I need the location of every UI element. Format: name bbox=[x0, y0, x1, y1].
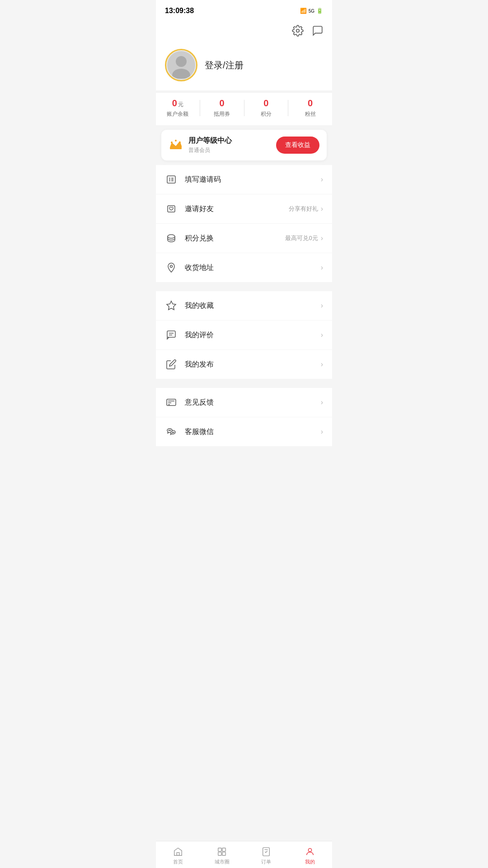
svg-rect-18 bbox=[168, 206, 175, 212]
menu-item-reviews[interactable]: 我的评价 › bbox=[156, 321, 332, 350]
menu-label: 收货地址 bbox=[185, 263, 318, 273]
nav-home[interactable]: 首页 bbox=[156, 841, 200, 868]
coin-icon bbox=[165, 232, 178, 245]
menu-label: 积分兑换 bbox=[185, 234, 285, 243]
chevron-right-icon: › bbox=[321, 331, 323, 339]
menu-label: 我的发布 bbox=[185, 360, 318, 369]
chevron-right-icon: › bbox=[321, 205, 323, 213]
menu-label: 邀请好友 bbox=[185, 204, 289, 214]
coupons-value: 0 bbox=[220, 98, 225, 108]
chevron-right-icon: › bbox=[321, 428, 323, 436]
svg-point-32 bbox=[174, 432, 174, 433]
vip-title: 用户等级中心 bbox=[188, 136, 232, 146]
svg-point-0 bbox=[296, 29, 300, 33]
stat-points[interactable]: 0 积分 bbox=[244, 98, 288, 118]
menu-item-shipping-address[interactable]: 收货地址 › bbox=[156, 253, 332, 282]
svg-rect-35 bbox=[222, 848, 225, 851]
profile-nav-icon bbox=[305, 846, 315, 857]
stat-balance[interactable]: 0元 账户余额 bbox=[156, 98, 200, 118]
stat-followers[interactable]: 0 粉丝 bbox=[288, 98, 332, 118]
orders-icon bbox=[261, 846, 272, 857]
svg-point-31 bbox=[172, 432, 173, 433]
star-icon bbox=[165, 299, 178, 312]
avatar-image bbox=[167, 51, 195, 79]
svg-rect-10 bbox=[170, 148, 182, 149]
menu-item-wechat-service[interactable]: 客服微信 › bbox=[156, 417, 332, 446]
menu-label: 填写邀请码 bbox=[185, 175, 318, 184]
gear-icon bbox=[292, 25, 304, 37]
chevron-right-icon: › bbox=[321, 302, 323, 310]
view-earnings-button[interactable]: 查看收益 bbox=[276, 137, 319, 154]
svg-point-40 bbox=[309, 848, 312, 851]
bottom-spacer bbox=[156, 446, 332, 455]
home-icon bbox=[173, 846, 183, 857]
svg-point-4 bbox=[176, 56, 187, 67]
menu-item-points-exchange[interactable]: 积分兑换 最高可兑0元 › bbox=[156, 224, 332, 253]
balance-value: 0 bbox=[172, 98, 177, 108]
vip-card: 用户等级中心 普通会员 查看收益 bbox=[161, 130, 327, 160]
nav-home-label: 首页 bbox=[173, 859, 183, 865]
followers-value: 0 bbox=[308, 98, 313, 108]
coupons-label: 抵用券 bbox=[214, 110, 230, 118]
svg-point-9 bbox=[179, 142, 181, 143]
login-register-button[interactable]: 登录/注册 bbox=[205, 59, 244, 71]
status-time: 13:09:38 bbox=[165, 7, 194, 15]
bottom-nav: 首页 城市圈 订单 我的 bbox=[156, 841, 332, 868]
location-icon bbox=[165, 261, 178, 274]
default-avatar-icon bbox=[168, 52, 195, 79]
menu-item-invite-code[interactable]: 填写邀请码 › bbox=[156, 165, 332, 194]
nav-profile-label: 我的 bbox=[305, 859, 315, 865]
balance-unit: 元 bbox=[178, 101, 183, 108]
nav-orders[interactable]: 订单 bbox=[244, 841, 288, 868]
heart-icon bbox=[165, 203, 178, 215]
edit-icon bbox=[165, 358, 178, 371]
balance-label: 账户余额 bbox=[167, 110, 188, 118]
menu-item-invite-friend[interactable]: 邀请好友 分享有好礼 › bbox=[156, 194, 332, 224]
crown-icon bbox=[169, 137, 183, 154]
stat-coupons[interactable]: 0 抵用券 bbox=[200, 98, 244, 118]
nav-city-label: 城市圈 bbox=[215, 859, 230, 865]
chevron-right-icon: › bbox=[321, 398, 323, 406]
status-bar: 13:09:38 📶 5G 🔋 bbox=[156, 0, 332, 20]
menu-item-favorites[interactable]: 我的收藏 › bbox=[156, 291, 332, 321]
followers-label: 粉丝 bbox=[305, 110, 316, 118]
comment-icon bbox=[165, 329, 178, 341]
header bbox=[156, 20, 332, 42]
menu-hint: 分享有好礼 bbox=[289, 205, 318, 213]
chevron-right-icon: › bbox=[321, 234, 323, 242]
svg-rect-37 bbox=[222, 852, 225, 855]
menu-label: 意见反馈 bbox=[185, 398, 318, 407]
menu-section-3: 意见反馈 › 客服微信 › bbox=[156, 388, 332, 446]
feedback-icon bbox=[165, 396, 178, 409]
section-gap-1 bbox=[156, 282, 332, 287]
menu-section-2: 我的收藏 › 我的评价 › bbox=[156, 291, 332, 379]
chevron-right-icon: › bbox=[321, 360, 323, 368]
menu-section-1: 填写邀请码 › 邀请好友 分享有好礼 › 积分兑 bbox=[156, 165, 332, 282]
svg-point-29 bbox=[169, 430, 169, 430]
chevron-right-icon: › bbox=[321, 175, 323, 184]
points-label: 积分 bbox=[261, 110, 272, 118]
nav-city-circle[interactable]: 城市圈 bbox=[200, 841, 244, 868]
avatar[interactable] bbox=[165, 49, 197, 81]
status-icons: 📶 5G 🔋 bbox=[300, 8, 323, 14]
chevron-right-icon: › bbox=[321, 264, 323, 272]
city-circle-icon bbox=[216, 846, 227, 857]
profile-section: 登录/注册 bbox=[156, 42, 332, 90]
svg-point-19 bbox=[168, 235, 175, 238]
section-gap-2 bbox=[156, 379, 332, 383]
nav-profile[interactable]: 我的 bbox=[288, 841, 333, 868]
svg-rect-22 bbox=[167, 331, 175, 337]
form-icon bbox=[165, 173, 178, 186]
wechat-icon bbox=[165, 425, 178, 438]
menu-item-feedback[interactable]: 意见反馈 › bbox=[156, 388, 332, 417]
svg-rect-34 bbox=[218, 848, 221, 851]
svg-rect-33 bbox=[177, 852, 179, 855]
vip-subtitle: 普通会员 bbox=[188, 146, 232, 154]
settings-button[interactable] bbox=[291, 24, 305, 38]
stats-row: 0元 账户余额 0 抵用券 0 积分 0 粉丝 bbox=[156, 92, 332, 125]
menu-hint: 最高可兑0元 bbox=[285, 234, 318, 242]
menu-item-publish[interactable]: 我的发布 › bbox=[156, 350, 332, 379]
svg-point-8 bbox=[175, 140, 177, 142]
points-value: 0 bbox=[263, 98, 268, 108]
message-button[interactable] bbox=[310, 24, 325, 38]
